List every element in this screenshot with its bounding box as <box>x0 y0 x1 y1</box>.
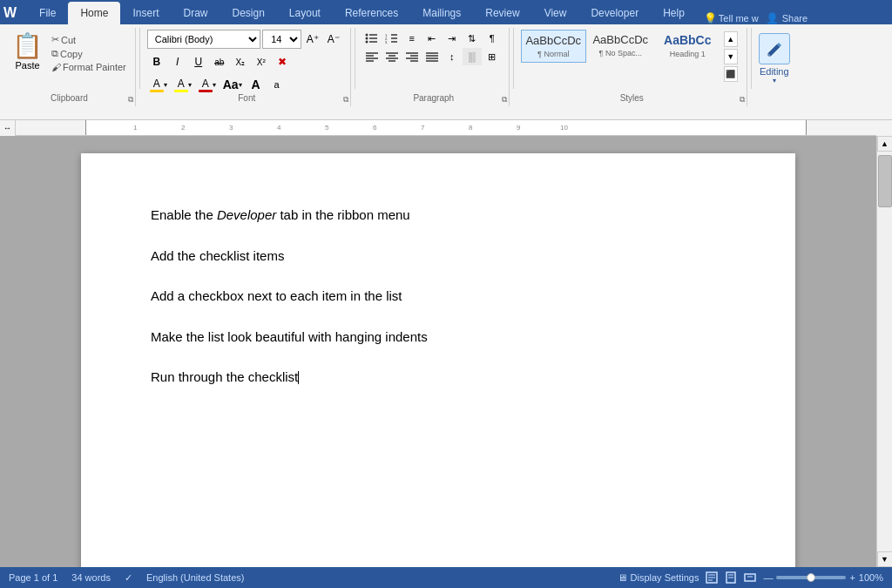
align-right-button[interactable] <box>402 48 422 65</box>
tab-file[interactable]: File <box>27 2 68 24</box>
zoom-in-button[interactable]: + <box>849 572 855 583</box>
status-right: 🖥 Display Settings — + 100% <box>618 571 883 584</box>
font-name-select[interactable]: Calibri (Body) <box>147 30 260 49</box>
tab-layout[interactable]: Layout <box>277 2 333 24</box>
font-group: Calibri (Body) 14 A⁺ A⁻ B I U ab X₂ X² ✖ <box>144 28 351 106</box>
tab-help[interactable]: Help <box>651 2 697 24</box>
vertical-scrollbar: ▲ ▼ <box>876 136 892 567</box>
borders-button[interactable]: ⊞ <box>483 48 502 65</box>
svg-point-4 <box>365 37 368 40</box>
doc-line-4: Make the list look beautiful with hangin… <box>151 328 726 348</box>
tab-insert[interactable]: Insert <box>120 2 171 24</box>
tab-developer[interactable]: Developer <box>578 2 651 24</box>
zoom-slider-thumb[interactable] <box>807 573 815 582</box>
ruler-track: 1 2 3 4 5 6 7 8 9 10 <box>16 120 876 135</box>
style-heading1-item[interactable]: AaBbCc Heading 1 <box>655 30 720 62</box>
tab-review[interactable]: Review <box>473 2 531 24</box>
superscript-button[interactable]: X² <box>252 52 271 71</box>
page-info[interactable]: Page 1 of 1 <box>9 572 57 583</box>
zoom-out-button[interactable]: — <box>763 572 773 583</box>
tab-references[interactable]: References <box>333 2 410 24</box>
bullets-icon <box>365 32 379 44</box>
document[interactable]: Enable the Developer tab in the ribbon m… <box>81 153 795 567</box>
font-grow-button[interactable]: A <box>247 75 266 94</box>
document-area: Enable the Developer tab in the ribbon m… <box>0 136 876 567</box>
multilevel-list-button[interactable]: ≡ <box>402 30 422 47</box>
display-settings[interactable]: 🖥 Display Settings <box>618 572 699 583</box>
styles-scroll-down-button[interactable]: ▼ <box>724 49 738 64</box>
doc-line-3: Add a checkbox next to each item in the … <box>151 287 726 307</box>
clipboard-group-label: Clipboard <box>3 93 135 103</box>
app-icons: W <box>3 5 20 21</box>
doc-view-print-button[interactable] <box>725 571 737 584</box>
copy-button[interactable]: ⧉ Copy <box>50 47 128 60</box>
tab-view[interactable]: View <box>532 2 579 24</box>
divider-2 <box>355 28 355 89</box>
scissors-icon: ✂ <box>51 34 59 45</box>
subscript-button[interactable]: X₂ <box>231 52 250 71</box>
zoom-slider[interactable] <box>776 576 846 579</box>
styles-area: AaBbCcDc ¶ Normal AaBbCcDc ¶ No Spac... … <box>521 30 740 84</box>
paste-button[interactable]: 📋 Paste <box>7 30 48 72</box>
show-marks-button[interactable]: ¶ <box>483 30 502 47</box>
scroll-down-button[interactable]: ▼ <box>877 551 893 567</box>
highlight-button[interactable]: A ▾ <box>172 75 194 94</box>
justify-button[interactable] <box>422 48 442 65</box>
word-count[interactable]: 34 words <box>71 572 111 583</box>
paragraph-buttons: 1.2.3. ≡ ⇤ ⇥ ⇅ ¶ <box>362 30 502 65</box>
cut-button[interactable]: ✂ Cut <box>50 33 128 46</box>
clipboard-expand-icon[interactable]: ⧉ <box>128 95 133 105</box>
tab-home[interactable]: Home <box>68 2 120 24</box>
ruler-corner[interactable]: ↔ <box>0 120 16 136</box>
scroll-up-button[interactable]: ▲ <box>877 136 893 152</box>
style-normal-item[interactable]: AaBbCcDc ¶ Normal <box>521 30 586 63</box>
tab-design[interactable]: Design <box>220 2 277 24</box>
bold-button[interactable]: B <box>147 52 166 71</box>
line-spacing-button[interactable]: ↕ <box>443 48 462 65</box>
tab-draw[interactable]: Draw <box>171 2 220 24</box>
decrease-indent-button[interactable]: ⇤ <box>422 30 442 47</box>
scroll-track[interactable] <box>877 152 892 551</box>
paragraph-expand-icon[interactable]: ⧉ <box>502 95 507 105</box>
font-size-increase-button[interactable]: A⁺ <box>303 30 322 49</box>
format-painter-button[interactable]: 🖌 Format Painter <box>50 61 128 73</box>
shading-button[interactable]: ░ <box>463 48 482 65</box>
app-icon: W <box>3 5 17 21</box>
color-dropdown-arrow: ▾ <box>164 81 167 89</box>
spell-check-icon[interactable]: ✓ <box>125 572 132 584</box>
doc-view-read-button[interactable] <box>706 571 718 584</box>
underline-button[interactable]: U <box>189 52 208 71</box>
text-color-button[interactable]: A ▾ <box>147 75 170 94</box>
italic-button[interactable]: I <box>168 52 187 71</box>
styles-group: AaBbCcDc ¶ Normal AaBbCcDc ¶ No Spac... … <box>517 28 747 106</box>
styles-more-button[interactable]: ⬛ <box>724 66 738 82</box>
share-label[interactable]: Share <box>782 13 808 24</box>
align-center-button[interactable] <box>382 48 402 65</box>
align-left-button[interactable] <box>362 48 382 65</box>
status-bar: Page 1 of 1 34 words ✓ English (United S… <box>0 567 892 588</box>
tab-mailings[interactable]: Mailings <box>410 2 473 24</box>
display-icon: 🖥 <box>618 572 627 583</box>
font-size-aa-button[interactable]: Aa ▾ <box>220 75 245 94</box>
font-expand-icon[interactable]: ⧉ <box>343 95 348 105</box>
strikethrough-button[interactable]: ab <box>210 52 229 71</box>
bullets-button[interactable] <box>362 30 382 47</box>
scroll-thumb[interactable] <box>878 155 892 207</box>
font-shrink-button[interactable]: a <box>267 75 287 94</box>
doc-view-web-button[interactable] <box>744 571 756 584</box>
sort-button[interactable]: ⇅ <box>463 30 482 47</box>
style-nospace-preview: AaBbCcDc <box>592 33 648 47</box>
font-color-2-button[interactable]: A ▾ <box>196 75 219 94</box>
increase-indent-button[interactable]: ⇥ <box>443 30 462 47</box>
numbering-button[interactable]: 1.2.3. <box>382 30 402 47</box>
font-size-decrease-button[interactable]: A⁻ <box>324 30 343 49</box>
clear-format-button[interactable]: ✖ <box>273 52 292 71</box>
display-settings-label: Display Settings <box>631 572 699 583</box>
editing-dropdown-arrow[interactable]: ▾ <box>773 77 776 84</box>
font-size-select[interactable]: 14 <box>262 30 301 49</box>
styles-scroll-up-button[interactable]: ▲ <box>724 31 738 47</box>
styles-expand-icon[interactable]: ⧉ <box>740 95 745 105</box>
zoom-percentage[interactable]: 100% <box>859 572 883 583</box>
style-nospace-item[interactable]: AaBbCcDc ¶ No Spac... <box>588 30 653 61</box>
language[interactable]: English (United States) <box>146 572 245 583</box>
